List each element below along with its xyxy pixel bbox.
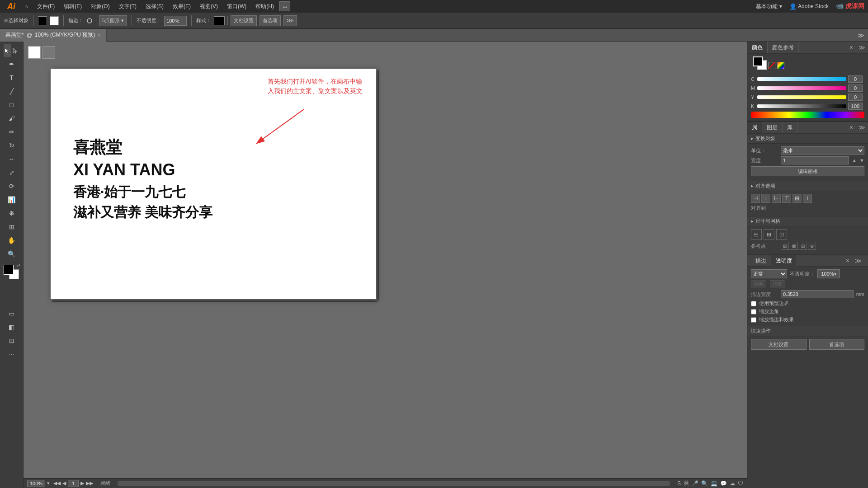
scale-stroke-checkbox[interactable]	[751, 317, 756, 323]
color-panel-expand[interactable]: ≫	[856, 44, 868, 51]
more-tools[interactable]: ···	[4, 348, 20, 361]
transform-section-header[interactable]: ▸ 变换对象	[747, 134, 868, 144]
stroke-width-value[interactable]	[781, 290, 854, 298]
pathfinder-section-header[interactable]: ▸ 尺寸与网格	[747, 216, 868, 226]
menu-view[interactable]: 视图(V)	[196, 2, 222, 11]
color-spectrum[interactable]	[751, 112, 864, 118]
home-icon[interactable]: ⌂	[21, 1, 32, 12]
fg-color-swatch[interactable]	[4, 265, 14, 275]
menu-edit[interactable]: 编辑(E)	[60, 2, 85, 11]
search-icon[interactable]: 🔍	[701, 480, 708, 487]
ref-btn-2[interactable]: ⊠	[790, 242, 798, 250]
rotate-tool[interactable]: ↻	[4, 139, 20, 152]
transparency-panel-expand[interactable]: ≫	[852, 257, 864, 264]
artboard-tool[interactable]: ⊡	[4, 334, 20, 347]
canvas-white-swatch[interactable]	[28, 46, 41, 59]
width-input[interactable]	[781, 156, 849, 164]
paintbrush-tool[interactable]: 🖌	[4, 112, 20, 125]
align-section-header[interactable]: ▸ 对齐选项	[747, 181, 868, 191]
align-left-btn[interactable]: ⊣	[751, 194, 760, 203]
opacity-input[interactable]	[164, 16, 187, 26]
pen-tool[interactable]: ✒	[4, 58, 20, 70]
page-number-input[interactable]	[68, 480, 79, 487]
shield-icon[interactable]: 🛡	[738, 480, 743, 487]
properties-panel-expand[interactable]: ≫	[856, 124, 868, 131]
doc-tab-active[interactable]: 喜燕堂* @ 100% (CMYK/GPU 预览) ×	[0, 29, 107, 42]
tab-color-reference[interactable]: 颜色参考	[768, 42, 799, 53]
menu-type[interactable]: 文字(T)	[115, 2, 140, 11]
rulers-btn[interactable]: ⊟	[751, 229, 762, 240]
screen-icon[interactable]: 💻	[711, 480, 717, 487]
fill-swatch[interactable]	[38, 16, 47, 25]
tab-layers[interactable]: 图层	[762, 122, 783, 133]
cloud-icon[interactable]: ☁	[730, 480, 735, 487]
ime-icon[interactable]: S	[677, 480, 681, 487]
slice-tool[interactable]: ⊞	[4, 221, 20, 233]
menu-file[interactable]: 文件(F)	[33, 2, 58, 11]
panel-expand-btn[interactable]: ≫	[854, 32, 868, 39]
unit-select[interactable]: 毫米 像素 厘米	[781, 146, 864, 155]
zoom-tool[interactable]: 🔍	[4, 248, 20, 260]
canvas-gray-swatch[interactable]	[42, 46, 55, 59]
transparency-panel-close[interactable]: ×	[843, 257, 852, 264]
menu-object[interactable]: 对象(O)	[87, 2, 113, 11]
reflect-tool[interactable]: ↔	[4, 153, 20, 165]
tab-properties[interactable]: 属	[747, 122, 762, 133]
grid-btn[interactable]: ⊞	[764, 229, 774, 240]
page-nav-prev[interactable]: ◀◀	[53, 480, 61, 486]
extra-toolbar-btn[interactable]: ⋙	[283, 15, 297, 26]
zoom-input[interactable]	[27, 480, 45, 487]
yellow-slider[interactable]	[757, 95, 846, 99]
tab-transparency[interactable]: 透明度	[771, 255, 797, 267]
horizontal-scrollbar[interactable]	[118, 481, 670, 486]
key-slider[interactable]	[757, 104, 846, 108]
type-tool[interactable]: T	[4, 71, 20, 84]
align-right-btn[interactable]: ⊢	[772, 194, 781, 203]
key-value[interactable]	[848, 103, 863, 110]
edit-canvas-btn[interactable]: 编辑画板	[751, 166, 864, 176]
doc-settings-btn-toolbar[interactable]: 文档设置	[231, 15, 257, 26]
align-center-h-btn[interactable]: ⊥	[761, 194, 770, 203]
fill-color-box[interactable]	[753, 56, 763, 66]
direct-select-tool[interactable]	[12, 44, 19, 57]
page-nav-next[interactable]: ▶▶	[86, 480, 93, 486]
ref-btn-4[interactable]: ⊕	[808, 242, 816, 250]
hand-tool[interactable]: ✋	[4, 234, 20, 247]
cyan-value[interactable]	[848, 75, 863, 83]
stroke-options-dropdown[interactable]: 5点圆形 ▾	[99, 15, 127, 26]
page-nav-next-one[interactable]: ▶	[80, 480, 84, 486]
workspace-dropdown[interactable]: 基本功能 ▾	[752, 2, 786, 11]
pencil-tool[interactable]: ✏	[4, 126, 20, 138]
magenta-value[interactable]	[848, 84, 863, 92]
menu-effect[interactable]: 效果(E)	[169, 2, 194, 11]
rect-tool[interactable]: □	[4, 99, 20, 111]
select-tool[interactable]	[4, 44, 11, 57]
chat-icon[interactable]: 💬	[720, 480, 727, 487]
ref-btn-3[interactable]: ⊟	[799, 242, 807, 250]
line-tool[interactable]: ╱	[4, 85, 20, 98]
toggle-fill-stroke[interactable]: ◧	[4, 321, 20, 333]
menu-help[interactable]: 帮助(H)	[252, 2, 278, 11]
blend-mode-select[interactable]: 正常 正片叠底 滤色	[751, 269, 787, 278]
menu-window[interactable]: 窗口(W)	[223, 2, 250, 11]
scale-tool[interactable]: ⤢	[4, 166, 20, 179]
tab-color[interactable]: 颜色	[747, 42, 768, 53]
scale-corners-checkbox[interactable]	[751, 309, 756, 314]
doc-tab-close[interactable]: ×	[98, 33, 100, 38]
tab-stroke[interactable]: 描边	[751, 255, 771, 267]
page-nav-prev-one[interactable]: ◀	[62, 480, 66, 486]
ref-btn-1[interactable]: ⊞	[781, 242, 789, 250]
magenta-slider[interactable]	[757, 86, 846, 90]
preview-edge-checkbox[interactable]	[751, 301, 756, 306]
mic-icon[interactable]: 🎤	[692, 480, 698, 487]
yellow-value[interactable]	[848, 94, 863, 101]
menu-select[interactable]: 选择(S)	[142, 2, 167, 11]
screen-mode-btn[interactable]: ▭	[279, 1, 290, 11]
align-bottom-btn[interactable]: ⊥	[803, 194, 812, 203]
lang-icon[interactable]: 英	[684, 479, 689, 487]
gradient-color-box[interactable]	[777, 62, 784, 69]
tab-library[interactable]: 库	[783, 122, 797, 133]
quick-doc-settings-btn[interactable]: 文档设置	[751, 339, 807, 350]
guides-btn[interactable]: ⊡	[776, 229, 787, 240]
quick-preferences-btn[interactable]: 首选项	[809, 339, 865, 350]
